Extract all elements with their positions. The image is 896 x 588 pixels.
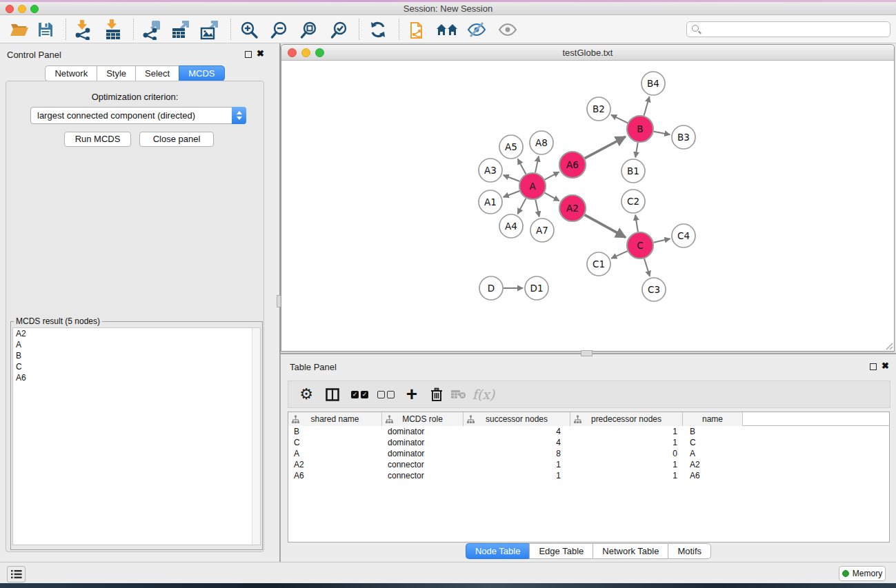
column-header-name[interactable]: name: [683, 412, 743, 426]
run-mcds-button[interactable]: Run MCDS: [64, 132, 131, 147]
mcds-result-item[interactable]: A6: [13, 372, 260, 383]
edge-A-A3[interactable]: [504, 175, 520, 181]
delete-table-button[interactable]: [447, 381, 470, 407]
edge-A-A4[interactable]: [517, 199, 526, 214]
edge-A2-C[interactable]: [585, 215, 626, 238]
tab-motifs[interactable]: Motifs: [668, 543, 711, 559]
node-B2[interactable]: B2: [587, 97, 610, 121]
edge-B-B3[interactable]: [654, 132, 670, 135]
node-D1[interactable]: D1: [525, 276, 548, 300]
edge-A-A1[interactable]: [504, 191, 520, 197]
node-D[interactable]: D: [479, 276, 503, 300]
import-table-button[interactable]: [101, 18, 125, 41]
export-image-button[interactable]: [198, 18, 221, 41]
tab-network[interactable]: Network: [45, 65, 97, 81]
node-A5[interactable]: A5: [499, 135, 523, 159]
create-column-button[interactable]: +: [399, 381, 424, 407]
window-resize-grip[interactable]: [884, 341, 893, 350]
table-settings-button[interactable]: ⚙: [294, 381, 319, 407]
edge-C-C3[interactable]: [644, 258, 650, 276]
close-panel-button[interactable]: Close panel: [139, 132, 214, 147]
column-header-successor-nodes[interactable]: successor nodes: [464, 412, 570, 426]
import-network-button[interactable]: [72, 18, 95, 41]
show-panels-list-button[interactable]: [7, 566, 26, 582]
node-B[interactable]: B: [627, 116, 653, 142]
node-B4[interactable]: B4: [641, 72, 665, 95]
export-table-button[interactable]: [169, 18, 192, 41]
edge-B-B4[interactable]: [644, 97, 650, 116]
table-row[interactable]: Adominator80A: [288, 448, 889, 459]
node-A1[interactable]: A1: [479, 190, 502, 214]
open-session-button[interactable]: [8, 18, 31, 41]
new-network-from-selection-button[interactable]: [406, 18, 430, 41]
table-row[interactable]: A2connector11A2: [288, 459, 889, 470]
save-session-button[interactable]: [34, 18, 57, 41]
network-canvas[interactable]: B4B2BB3A5A8A6A3B1AA1C2A2A4A7CC4C1C3DD1: [281, 61, 894, 351]
column-header-MCDS-role[interactable]: MCDS role: [382, 412, 464, 426]
node-A7[interactable]: A7: [530, 219, 554, 242]
mcds-result-item[interactable]: B: [13, 350, 260, 361]
edge-A-A8[interactable]: [535, 156, 539, 173]
tab-edge-table[interactable]: Edge Table: [529, 543, 593, 559]
unselect-all-columns-button[interactable]: [374, 381, 400, 407]
hide-selected-button[interactable]: [465, 18, 488, 41]
tab-select[interactable]: Select: [135, 65, 179, 81]
edge-C-C4[interactable]: [654, 239, 670, 242]
tab-style[interactable]: Style: [97, 65, 135, 81]
show-columns-button[interactable]: [320, 381, 345, 407]
criterion-select[interactable]: largest connected component (directed): [30, 107, 246, 124]
memory-button[interactable]: Memory: [839, 566, 886, 581]
table-row[interactable]: Bdominator41B: [288, 426, 889, 437]
houses-button[interactable]: [435, 18, 459, 41]
node-A3[interactable]: A3: [479, 159, 502, 182]
tab-network-table[interactable]: Network Table: [593, 543, 668, 559]
column-header-shared-name[interactable]: shared name: [288, 412, 382, 426]
close-table-panel-icon[interactable]: ✖: [882, 363, 889, 369]
node-A6[interactable]: A6: [559, 152, 586, 178]
close-panel-icon[interactable]: ✖: [257, 50, 264, 57]
mcds-result-item[interactable]: A2: [13, 328, 260, 339]
float-panel-icon[interactable]: [245, 51, 252, 58]
select-all-columns-button[interactable]: ✓ ✓: [348, 381, 374, 407]
node-A2[interactable]: A2: [559, 195, 586, 221]
column-header-predecessor-nodes[interactable]: predecessor nodes: [570, 412, 683, 426]
edge-A6-B[interactable]: [585, 136, 626, 158]
apply-layout-button[interactable]: [366, 18, 390, 41]
node-A4[interactable]: A4: [499, 214, 523, 238]
edge-A-A5[interactable]: [518, 159, 526, 174]
export-network-button[interactable]: [139, 18, 163, 41]
edge-C-C1[interactable]: [611, 251, 628, 258]
edge-B-B1[interactable]: [635, 143, 638, 158]
network-window-titlebar[interactable]: testGlobe.txt: [281, 45, 894, 61]
node-B3[interactable]: B3: [672, 125, 695, 149]
node-C[interactable]: C: [627, 232, 653, 258]
float-table-panel-icon[interactable]: [870, 363, 877, 370]
node-A[interactable]: A: [519, 173, 546, 199]
zoom-out-button[interactable]: [268, 18, 291, 41]
mcds-result-list[interactable]: A2ABCA6: [12, 327, 261, 545]
edge-C-C2[interactable]: [635, 215, 638, 232]
node-C4[interactable]: C4: [672, 224, 695, 247]
zoom-in-button[interactable]: [237, 18, 261, 41]
node-C2[interactable]: C2: [621, 190, 645, 213]
tab-node-table[interactable]: Node Table: [466, 543, 530, 559]
tab-mcds[interactable]: MCDS: [179, 65, 224, 81]
zoom-fit-button[interactable]: [297, 18, 321, 41]
search-input[interactable]: [705, 23, 886, 36]
show-hidden-button[interactable]: [496, 18, 519, 41]
mcds-result-item[interactable]: A: [13, 339, 260, 350]
mcds-result-item[interactable]: C: [13, 361, 260, 372]
delete-column-button[interactable]: [424, 381, 449, 407]
edge-A-A7[interactable]: [535, 200, 539, 217]
node-B1[interactable]: B1: [621, 159, 645, 183]
zoom-selected-button[interactable]: [328, 18, 351, 41]
result-list-scrollbar[interactable]: [252, 328, 260, 545]
node-C3[interactable]: C3: [642, 278, 666, 301]
node-A8[interactable]: A8: [530, 131, 553, 154]
edge-B-B2[interactable]: [611, 115, 628, 123]
edge-A-A2[interactable]: [545, 193, 559, 201]
table-row[interactable]: A6connector11A6: [288, 470, 889, 481]
function-builder-button[interactable]: f(x): [470, 381, 497, 407]
node-C1[interactable]: C1: [587, 252, 610, 276]
table-row[interactable]: Cdominator41C: [288, 437, 889, 448]
